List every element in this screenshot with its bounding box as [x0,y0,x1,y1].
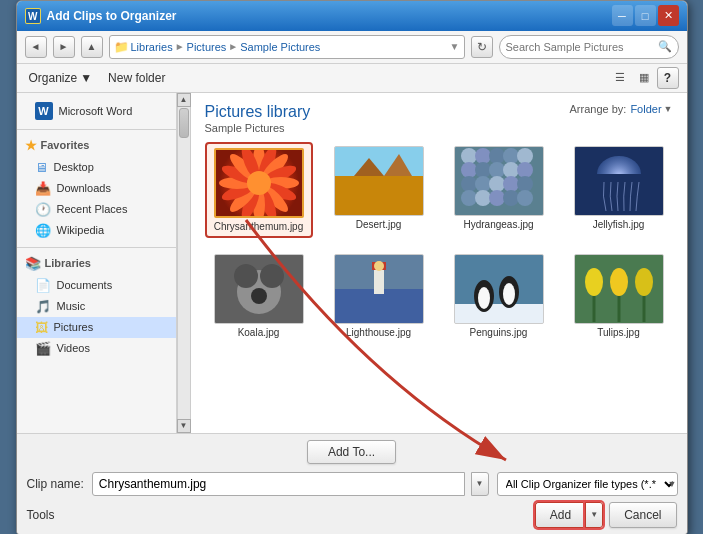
address-dropdown-icon: ▼ [450,41,460,52]
libraries-section: 📚 Libraries 📄 Documents 🎵 Music 🖼 Pictur… [17,252,176,359]
add-to-row: Add To... [27,440,677,464]
arrange-by-button[interactable]: Folder ▼ [630,103,672,115]
sidebar-item-desktop[interactable]: 🖥 Desktop [17,157,176,178]
clip-name-input[interactable] [92,472,465,496]
thumbnail-item[interactable]: Tulips.jpg [565,250,673,342]
organize-button[interactable]: Organize ▼ [25,69,97,87]
file-type-select[interactable]: All Clip Organizer file types (*.* [497,472,678,496]
desktop-label: Desktop [54,161,94,173]
refresh-button[interactable]: ↻ [471,36,493,58]
thumbnail-label: Desert.jpg [356,219,402,230]
thumbnail-item[interactable]: Koala.jpg [205,250,313,342]
sidebar-item-wikipedia[interactable]: 🌐 Wikipedia [17,220,176,241]
thumbnail-item[interactable]: Lighthouse.jpg [325,250,433,342]
music-label: Music [57,300,86,312]
change-view-button[interactable]: ☰ [609,67,631,89]
scroll-down-arrow[interactable]: ▼ [177,419,191,433]
thumbnail-canvas [334,254,424,324]
thumbnail-item[interactable]: Penguins.jpg [445,250,553,342]
thumbnail-canvas [574,146,664,216]
folder-sort-label: Folder [630,103,661,115]
sidebar-item-videos[interactable]: 🎬 Videos [17,338,176,359]
favorites-section: ★ Favorites 🖥 Desktop 📥 Downloads 🕐 Rece… [17,134,176,241]
new-folder-label: New folder [108,71,165,85]
cancel-button[interactable]: Cancel [609,502,676,528]
sidebar-divider-1 [17,129,176,130]
sidebar-item-downloads[interactable]: 📥 Downloads [17,178,176,199]
favorites-header[interactable]: ★ Favorites [17,134,176,157]
close-button[interactable]: ✕ [658,5,679,26]
sidebar-item-recent[interactable]: 🕐 Recent Places [17,199,176,220]
content-area: Pictures library Sample Pictures Arrange… [191,93,687,433]
library-info: Pictures library Sample Pictures [205,103,311,134]
breadcrumb-pictures[interactable]: Pictures [187,41,227,53]
pictures-icon: 🖼 [35,320,48,335]
wikipedia-label: Wikipedia [57,224,105,236]
up-button[interactable]: ▲ [81,36,103,58]
new-folder-button[interactable]: New folder [104,69,169,87]
word-section: W Microsoft Word [17,99,176,123]
library-title: Pictures library [205,103,311,121]
address-bar[interactable]: 📁 Libraries ► Pictures ► Sample Pictures… [109,35,465,59]
thumbnail-item[interactable]: Jellyfish.jpg [565,142,673,238]
forward-button[interactable]: ► [53,36,75,58]
search-input[interactable] [506,41,654,53]
add-to-button[interactable]: Add To... [307,440,396,464]
pictures-label: Pictures [54,321,94,333]
recent-label: Recent Places [57,203,128,215]
thumbnail-wrapper [574,254,664,324]
thumbnail-canvas [454,146,544,216]
window-controls: ─ □ ✕ [612,5,679,26]
back-button[interactable]: ◄ [25,36,47,58]
videos-label: Videos [57,342,90,354]
word-label: Microsoft Word [59,105,133,117]
breadcrumb-libraries[interactable]: Libraries [131,41,173,53]
clip-name-dropdown[interactable]: ▼ [471,472,489,496]
breadcrumb: Libraries ► Pictures ► Sample Pictures [131,41,321,53]
downloads-icon: 📥 [35,181,51,196]
thumbnail-wrapper [334,254,424,324]
thumbnail-wrapper [574,146,664,216]
thumbnail-wrapper [214,148,304,218]
sidebar-item-pictures[interactable]: 🖼 Pictures [17,317,176,338]
arrange-by-label: Arrange by: [570,103,627,115]
breadcrumb-sample[interactable]: Sample Pictures [240,41,320,53]
thumbnail-label: Jellyfish.jpg [593,219,645,230]
maximize-button[interactable]: □ [635,5,656,26]
videos-icon: 🎬 [35,341,51,356]
music-icon: 🎵 [35,299,51,314]
libraries-header[interactable]: 📚 Libraries [17,252,176,275]
recent-icon: 🕐 [35,202,51,217]
search-icon: 🔍 [658,40,672,53]
help-button[interactable]: ? [657,67,679,89]
organize-label: Organize [29,71,78,85]
bottom-area: Add To... Clip name: ▼ All Clip Organize… [17,433,687,534]
sidebar-item-music[interactable]: 🎵 Music [17,296,176,317]
address-toolbar: ◄ ► ▲ 📁 Libraries ► Pictures ► Sample Pi… [17,31,687,64]
preview-pane-button[interactable]: ▦ [633,67,655,89]
thumbnail-label: Penguins.jpg [470,327,528,338]
sort-chevron-icon: ▼ [664,104,673,114]
minimize-button[interactable]: ─ [612,5,633,26]
documents-icon: 📄 [35,278,51,293]
thumbnail-item[interactable]: Hydrangeas.jpg [445,142,553,238]
star-icon: ★ [25,138,37,153]
view-options: ☰ ▦ ? [609,67,679,89]
sidebar-scrollbar[interactable]: ▲ ▼ [177,93,191,433]
sidebar: W Microsoft Word ★ Favorites 🖥 Desktop [17,93,177,433]
thumbnail-canvas [214,148,304,218]
thumbnail-item[interactable]: Chrysanthemum.jpg [205,142,313,238]
thumbnail-canvas [334,146,424,216]
add-dropdown-button[interactable]: ▼ [585,502,603,528]
thumbnail-canvas [574,254,664,324]
scroll-thumb[interactable] [179,108,189,138]
second-toolbar: Organize ▼ New folder ☰ ▦ ? [17,64,687,93]
sidebar-item-documents[interactable]: 📄 Documents [17,275,176,296]
thumbnail-label: Hydrangeas.jpg [463,219,533,230]
scroll-up-arrow[interactable]: ▲ [177,93,191,107]
add-button[interactable]: Add [535,502,585,528]
library-subtitle: Sample Pictures [205,122,311,134]
search-box[interactable]: 🔍 [499,35,679,59]
thumbnail-item[interactable]: Desert.jpg [325,142,433,238]
sidebar-item-word[interactable]: W Microsoft Word [17,99,176,123]
